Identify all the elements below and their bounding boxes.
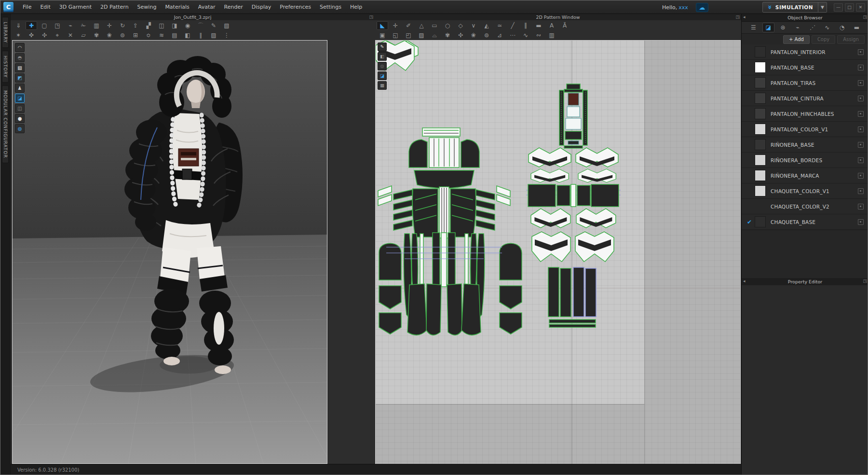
trace-tool-icon[interactable]: ◭ [481, 21, 492, 30]
property-editor-titlebar[interactable]: ◂ Property Editor ◳ [742, 278, 868, 286]
pattern-window-titlebar[interactable]: 2D Pattern Window ◳ [375, 14, 741, 21]
band-tool-icon[interactable]: ▥ [546, 31, 557, 40]
front-back-garment-icon[interactable]: ▞ [143, 21, 154, 30]
texture-tool-icon[interactable]: ▨ [208, 31, 219, 40]
dock-tab[interactable]: MODULAR CONFIGURATOR [2, 85, 9, 163]
item-settings-icon[interactable] [858, 126, 864, 132]
rotate-view-tool-icon[interactable]: ↻ [117, 21, 128, 30]
zipper-tool-icon[interactable]: ⊞ [130, 31, 141, 40]
sewing-seam-tool-icon[interactable]: ✁ [78, 21, 89, 30]
fabric-swatch[interactable] [755, 170, 765, 181]
show-fabric-2d-icon[interactable]: ◪ [378, 71, 387, 80]
pattern-copy-icon[interactable]: ▣ [377, 31, 388, 40]
panel-collapse-icon[interactable]: ◂ [743, 14, 746, 20]
object-item[interactable]: CHAQUETA_COLOR_V2 [742, 199, 868, 214]
minimize-button[interactable]: — [834, 3, 843, 12]
item-settings-icon[interactable] [858, 65, 864, 70]
wrinkle-tool-icon[interactable]: ≋ [156, 31, 167, 40]
iron-tool-icon[interactable]: ⌓ [429, 31, 440, 40]
restore-button[interactable]: □ [845, 3, 854, 12]
untack-tool-icon[interactable]: ✕ [65, 31, 76, 40]
pattern-fold-icon[interactable]: ▨ [416, 31, 427, 40]
stitch-3d-tool-icon[interactable]: ≎ [143, 31, 154, 40]
menu-item[interactable]: Render [220, 0, 247, 14]
menu-item[interactable]: Display [247, 0, 276, 14]
show-shirt-sim-icon[interactable]: ◩ [15, 73, 25, 83]
object-item[interactable]: PANTALON_INTERIOR [742, 44, 868, 60]
button-tool-icon[interactable]: ❀ [104, 31, 115, 40]
object-item[interactable]: CHAQUETA_COLOR_V1 [742, 183, 868, 199]
simulation-dropdown-caret[interactable]: ▼ [818, 2, 827, 12]
internal-line-tool-icon[interactable]: ╱ [507, 21, 518, 30]
text-tool-icon[interactable]: A [546, 21, 557, 30]
fabric-swatch[interactable] [755, 78, 765, 88]
object-item[interactable]: PANTALON_HINCHABLES [742, 106, 868, 122]
show-head-icon[interactable]: ● [15, 114, 25, 123]
select-rectangle-tool-icon[interactable]: ▢ [39, 21, 50, 30]
item-settings-icon[interactable] [858, 188, 864, 194]
menu-item[interactable]: Help [346, 0, 366, 14]
object-item[interactable]: PANTALON_BASE [742, 60, 868, 75]
fold-arrange-tool-icon[interactable]: ▱ [78, 31, 89, 40]
fabric-swatch[interactable] [755, 109, 765, 119]
transform-pattern-2d-icon[interactable]: ◣ [377, 21, 388, 30]
select-move-tool-icon[interactable]: ✚ [26, 21, 37, 30]
pattern-unfold-icon[interactable]: ◰ [403, 31, 414, 40]
float-panel-icon[interactable]: ◳ [863, 278, 867, 284]
simulation-button[interactable]: » SIMULATION ▼ [762, 2, 827, 13]
menu-item[interactable]: Sewing [133, 0, 161, 14]
avatar-fit-icon[interactable]: ◉ [182, 21, 193, 30]
garment-texture-icon[interactable]: ▧ [221, 21, 232, 30]
shirt-display-icon[interactable]: ◨ [169, 21, 180, 30]
object-browser-titlebar[interactable]: ◂ Object Browser ◳ [742, 14, 868, 22]
show-globe-icon[interactable]: ◍ [15, 124, 25, 133]
assign-fabric-button[interactable]: Assign [837, 35, 865, 44]
topstitch-tab-icon[interactable]: ⋰ [806, 23, 818, 32]
menu-item[interactable]: 3D Garment [55, 0, 96, 14]
fabric-swatch[interactable] [755, 186, 765, 196]
grade-tool-icon[interactable]: ⊿ [494, 31, 505, 40]
fabric-swatch[interactable] [755, 62, 765, 72]
add-fabric-button[interactable]: + Add [783, 35, 810, 44]
dart-tool-icon[interactable]: ◇ [455, 21, 466, 30]
buttonhole-tool-icon[interactable]: ⊚ [117, 31, 128, 40]
sewing-machine-tool-icon[interactable]: ▥ [91, 21, 102, 30]
circle-tool-icon[interactable]: ○ [442, 21, 453, 30]
object-item[interactable]: RIÑONERA_BASE [742, 137, 868, 153]
dock-tab[interactable]: HISTORY [2, 51, 9, 83]
fabric-swatch[interactable] [755, 201, 765, 211]
menu-item[interactable]: Edit [36, 0, 54, 14]
elastic-tool-icon[interactable]: ∿ [520, 31, 531, 40]
sew-free-tool-icon[interactable]: ✣ [39, 31, 50, 40]
trim-tab-icon[interactable]: ◔ [836, 23, 848, 32]
show-fabric-icon[interactable]: ◪ [15, 94, 25, 103]
fabric-swatch[interactable] [755, 140, 765, 150]
edit-texture-2d-icon[interactable]: ✎ [378, 42, 387, 51]
menu-item[interactable]: Settings [315, 0, 346, 14]
cloud-account-icon[interactable]: ☁ [696, 3, 708, 12]
baseline-tool-icon[interactable]: ⋯ [507, 31, 518, 40]
pattern-cluster-jacket[interactable] [378, 128, 522, 335]
pin-box-tool-icon[interactable]: ✜ [26, 31, 37, 40]
item-settings-icon[interactable] [858, 219, 864, 225]
copy-fabric-button[interactable]: Copy [812, 35, 835, 44]
fabric-swatch[interactable] [755, 47, 765, 57]
tape-measure-icon[interactable]: ⌒ [195, 21, 206, 30]
pen-3d-tool-icon[interactable]: ✎ [208, 21, 219, 30]
dock-tab[interactable]: LIBRARY [2, 17, 9, 48]
app-logo[interactable]: C [3, 2, 14, 12]
fabric-swatch[interactable] [755, 155, 765, 165]
menu-item[interactable]: File [18, 0, 36, 14]
walk-avatar-tool-icon[interactable]: ✶ [13, 31, 24, 40]
pin-tool-icon[interactable]: ✛ [104, 21, 115, 30]
fabric-swatch[interactable] [755, 93, 765, 103]
fabric-b-icon[interactable]: ◧ [182, 31, 193, 40]
export-pose-icon[interactable]: ⇪ [130, 21, 141, 30]
menu-item[interactable]: Preferences [275, 0, 315, 14]
notch-tool-icon[interactable]: ∨ [468, 21, 479, 30]
import-garment-icon[interactable]: ⇓ [13, 21, 24, 30]
fabric-swatch[interactable] [755, 217, 765, 227]
item-settings-icon[interactable] [858, 96, 864, 101]
object-item[interactable]: PANTALON_CINTURA [742, 91, 868, 106]
show-shirt-icon[interactable]: ▧ [15, 63, 25, 72]
